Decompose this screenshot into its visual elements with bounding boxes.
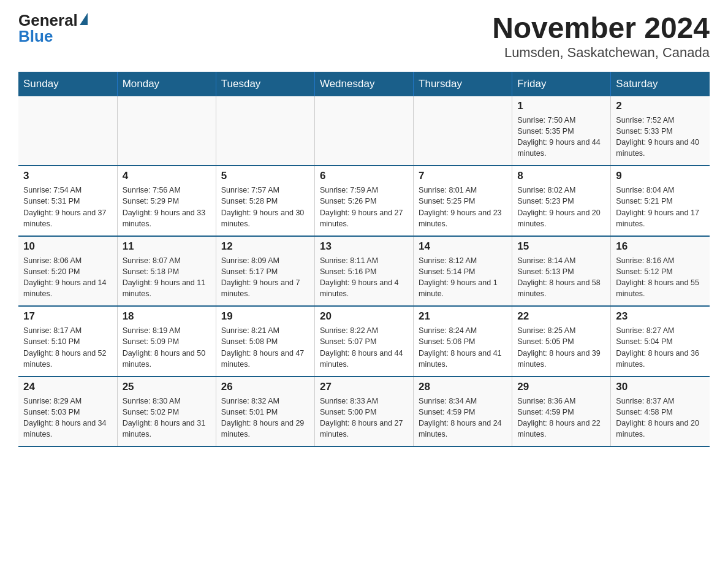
day-number: 14 — [419, 240, 507, 253]
day-info: Sunrise: 8:12 AMSunset: 5:14 PMDaylight:… — [419, 255, 507, 300]
calendar-week-row: 10Sunrise: 8:06 AMSunset: 5:20 PMDayligh… — [18, 236, 710, 307]
day-info: Sunrise: 7:54 AMSunset: 5:31 PMDaylight:… — [23, 185, 112, 229]
calendar-week-row: 17Sunrise: 8:17 AMSunset: 5:10 PMDayligh… — [18, 306, 710, 377]
calendar-cell: 27Sunrise: 8:33 AMSunset: 5:00 PMDayligh… — [314, 377, 413, 447]
logo-blue-text: Blue — [18, 28, 53, 44]
day-number: 16 — [616, 240, 705, 253]
col-sunday: Sunday — [18, 72, 117, 96]
day-info: Sunrise: 8:32 AMSunset: 5:01 PMDaylight:… — [221, 396, 309, 440]
col-tuesday: Tuesday — [216, 72, 314, 96]
day-info: Sunrise: 8:34 AMSunset: 4:59 PMDaylight:… — [419, 396, 507, 440]
calendar-cell: 30Sunrise: 8:37 AMSunset: 4:58 PMDayligh… — [611, 377, 710, 447]
day-number: 6 — [320, 170, 408, 182]
day-number: 5 — [221, 170, 309, 182]
day-info: Sunrise: 7:50 AMSunset: 5:35 PMDaylight:… — [517, 115, 605, 159]
day-info: Sunrise: 8:36 AMSunset: 4:59 PMDaylight:… — [517, 396, 605, 440]
day-number: 3 — [23, 170, 112, 182]
calendar-cell: 8Sunrise: 8:02 AMSunset: 5:23 PMDaylight… — [512, 166, 611, 236]
day-number: 30 — [616, 381, 705, 393]
day-info: Sunrise: 8:14 AMSunset: 5:13 PMDaylight:… — [517, 255, 605, 300]
calendar-subtitle: Lumsden, Saskatchewan, Canada — [492, 45, 710, 61]
day-number: 25 — [123, 381, 211, 393]
day-number: 11 — [123, 240, 211, 253]
day-info: Sunrise: 8:21 AMSunset: 5:08 PMDaylight:… — [221, 325, 309, 370]
calendar-cell: 20Sunrise: 8:22 AMSunset: 5:07 PMDayligh… — [314, 306, 413, 377]
day-number: 10 — [23, 240, 112, 253]
calendar-cell — [414, 96, 512, 166]
day-info: Sunrise: 8:04 AMSunset: 5:21 PMDaylight:… — [616, 185, 705, 229]
col-saturday: Saturday — [611, 72, 710, 96]
logo-general-text: General — [18, 12, 78, 28]
calendar-cell: 14Sunrise: 8:12 AMSunset: 5:14 PMDayligh… — [414, 236, 512, 307]
calendar-cell: 5Sunrise: 7:57 AMSunset: 5:28 PMDaylight… — [216, 166, 314, 236]
day-info: Sunrise: 8:37 AMSunset: 4:58 PMDaylight:… — [616, 396, 705, 440]
logo: General Blue — [18, 12, 88, 44]
day-info: Sunrise: 8:24 AMSunset: 5:06 PMDaylight:… — [419, 325, 507, 370]
calendar-cell: 6Sunrise: 7:59 AMSunset: 5:26 PMDaylight… — [314, 166, 413, 236]
calendar-cell: 28Sunrise: 8:34 AMSunset: 4:59 PMDayligh… — [414, 377, 512, 447]
calendar-cell: 15Sunrise: 8:14 AMSunset: 5:13 PMDayligh… — [512, 236, 611, 307]
day-info: Sunrise: 7:59 AMSunset: 5:26 PMDaylight:… — [320, 185, 408, 229]
day-info: Sunrise: 8:01 AMSunset: 5:25 PMDaylight:… — [419, 185, 507, 229]
day-number: 23 — [616, 310, 705, 323]
logo-triangle-icon — [80, 13, 88, 25]
day-number: 1 — [517, 100, 605, 112]
calendar-cell: 11Sunrise: 8:07 AMSunset: 5:18 PMDayligh… — [117, 236, 216, 307]
calendar-table: Sunday Monday Tuesday Wednesday Thursday… — [18, 72, 710, 448]
day-number: 15 — [517, 240, 605, 253]
calendar-cell: 18Sunrise: 8:19 AMSunset: 5:09 PMDayligh… — [117, 306, 216, 377]
day-info: Sunrise: 8:07 AMSunset: 5:18 PMDaylight:… — [123, 255, 211, 300]
calendar-header-row: Sunday Monday Tuesday Wednesday Thursday… — [18, 72, 710, 96]
day-info: Sunrise: 8:29 AMSunset: 5:03 PMDaylight:… — [23, 396, 112, 440]
calendar-title-block: November 2024 Lumsden, Saskatchewan, Can… — [492, 12, 710, 61]
calendar-cell: 4Sunrise: 7:56 AMSunset: 5:29 PMDaylight… — [117, 166, 216, 236]
day-info: Sunrise: 8:27 AMSunset: 5:04 PMDaylight:… — [616, 325, 705, 370]
calendar-cell: 12Sunrise: 8:09 AMSunset: 5:17 PMDayligh… — [216, 236, 314, 307]
calendar-cell — [18, 96, 117, 166]
calendar-cell: 1Sunrise: 7:50 AMSunset: 5:35 PMDaylight… — [512, 96, 611, 166]
day-number: 12 — [221, 240, 309, 253]
day-info: Sunrise: 8:22 AMSunset: 5:07 PMDaylight:… — [320, 325, 408, 370]
day-info: Sunrise: 7:57 AMSunset: 5:28 PMDaylight:… — [221, 185, 309, 229]
calendar-cell — [117, 96, 216, 166]
calendar-cell: 25Sunrise: 8:30 AMSunset: 5:02 PMDayligh… — [117, 377, 216, 447]
col-wednesday: Wednesday — [314, 72, 413, 96]
day-info: Sunrise: 8:33 AMSunset: 5:00 PMDaylight:… — [320, 396, 408, 440]
day-number: 7 — [419, 170, 507, 182]
calendar-cell: 23Sunrise: 8:27 AMSunset: 5:04 PMDayligh… — [611, 306, 710, 377]
calendar-cell: 10Sunrise: 8:06 AMSunset: 5:20 PMDayligh… — [18, 236, 117, 307]
day-number: 28 — [419, 381, 507, 393]
calendar-week-row: 24Sunrise: 8:29 AMSunset: 5:03 PMDayligh… — [18, 377, 710, 447]
day-number: 26 — [221, 381, 309, 393]
day-info: Sunrise: 7:52 AMSunset: 5:33 PMDaylight:… — [616, 115, 705, 159]
day-info: Sunrise: 8:11 AMSunset: 5:16 PMDaylight:… — [320, 255, 408, 300]
day-number: 19 — [221, 310, 309, 323]
day-number: 21 — [419, 310, 507, 323]
day-info: Sunrise: 8:25 AMSunset: 5:05 PMDaylight:… — [517, 325, 605, 370]
calendar-cell: 26Sunrise: 8:32 AMSunset: 5:01 PMDayligh… — [216, 377, 314, 447]
day-number: 24 — [23, 381, 112, 393]
col-friday: Friday — [512, 72, 611, 96]
calendar-cell: 13Sunrise: 8:11 AMSunset: 5:16 PMDayligh… — [314, 236, 413, 307]
day-number: 20 — [320, 310, 408, 323]
calendar-cell: 24Sunrise: 8:29 AMSunset: 5:03 PMDayligh… — [18, 377, 117, 447]
calendar-cell — [216, 96, 314, 166]
calendar-title: November 2024 — [492, 12, 710, 45]
col-monday: Monday — [117, 72, 216, 96]
day-info: Sunrise: 8:17 AMSunset: 5:10 PMDaylight:… — [23, 325, 112, 370]
calendar-cell — [314, 96, 413, 166]
calendar-cell: 7Sunrise: 8:01 AMSunset: 5:25 PMDaylight… — [414, 166, 512, 236]
day-number: 17 — [23, 310, 112, 323]
day-number: 8 — [517, 170, 605, 182]
day-info: Sunrise: 8:30 AMSunset: 5:02 PMDaylight:… — [123, 396, 211, 440]
calendar-cell: 21Sunrise: 8:24 AMSunset: 5:06 PMDayligh… — [414, 306, 512, 377]
day-number: 27 — [320, 381, 408, 393]
day-number: 4 — [123, 170, 211, 182]
day-number: 2 — [616, 100, 705, 112]
day-number: 13 — [320, 240, 408, 253]
day-number: 22 — [517, 310, 605, 323]
calendar-week-row: 3Sunrise: 7:54 AMSunset: 5:31 PMDaylight… — [18, 166, 710, 236]
calendar-cell: 17Sunrise: 8:17 AMSunset: 5:10 PMDayligh… — [18, 306, 117, 377]
day-info: Sunrise: 8:19 AMSunset: 5:09 PMDaylight:… — [123, 325, 211, 370]
calendar-cell: 22Sunrise: 8:25 AMSunset: 5:05 PMDayligh… — [512, 306, 611, 377]
